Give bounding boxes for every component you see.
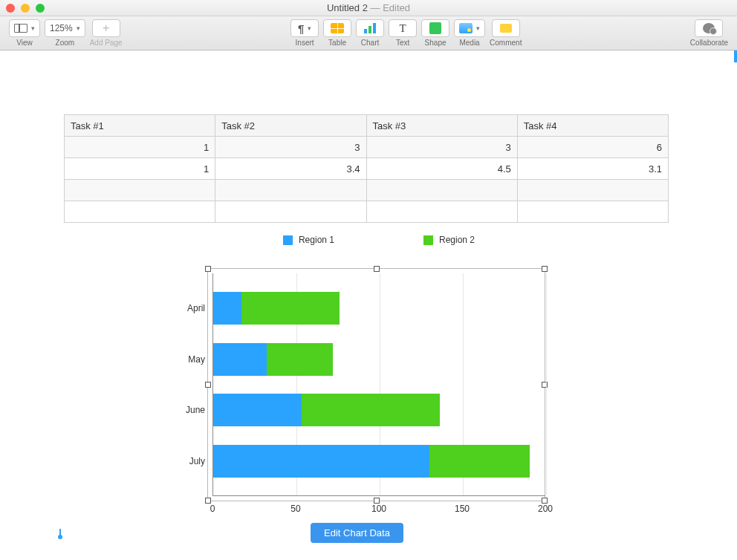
table-cell[interactable]: 3.4 bbox=[215, 158, 366, 180]
square-icon bbox=[429, 22, 441, 34]
table-label: Table bbox=[328, 39, 346, 47]
pilcrow-icon: ¶ bbox=[298, 22, 304, 35]
text-label: Text bbox=[396, 39, 409, 47]
table-cell[interactable]: 4.5 bbox=[366, 158, 517, 180]
chart-bar-segment bbox=[213, 343, 267, 376]
chart-bar-segment bbox=[241, 292, 340, 325]
collaborate-label: Collaborate bbox=[690, 39, 728, 47]
chart-category-label: April bbox=[160, 303, 205, 313]
chart[interactable]: 050100150200AprilMayJuneJuly bbox=[212, 273, 545, 518]
chevron-down-icon: ▾ bbox=[476, 25, 480, 32]
chart-bar[interactable] bbox=[213, 445, 530, 478]
insert-button[interactable]: ¶▾ bbox=[290, 19, 319, 37]
table-icon bbox=[331, 23, 344, 33]
chart-bar[interactable] bbox=[213, 394, 440, 426]
text-button[interactable]: T bbox=[389, 19, 417, 37]
table-header-cell[interactable]: Task #4 bbox=[517, 115, 668, 137]
legend-label: Region 2 bbox=[439, 235, 475, 245]
edit-chart-data-button[interactable]: Edit Chart Data bbox=[311, 523, 403, 543]
plus-icon: + bbox=[103, 22, 109, 34]
chart-bar-segment bbox=[302, 394, 440, 426]
insert-label: Insert bbox=[296, 39, 314, 47]
window-title: Untitled 2 — Edited bbox=[0, 2, 737, 13]
collaborate-icon bbox=[703, 23, 715, 33]
chart-bar-segment bbox=[267, 343, 334, 376]
table-header-row[interactable]: Task #1 Task #2 Task #3 Task #4 bbox=[65, 115, 669, 137]
table-button[interactable] bbox=[323, 19, 351, 37]
resize-handle[interactable] bbox=[205, 266, 211, 272]
legend-swatch-icon bbox=[423, 235, 433, 245]
text-icon: T bbox=[399, 22, 406, 35]
table-header-cell[interactable]: Task #1 bbox=[65, 115, 215, 137]
zoom-value: 125% bbox=[50, 23, 73, 33]
fullscreen-icon[interactable] bbox=[36, 4, 45, 13]
table-row[interactable] bbox=[65, 201, 669, 223]
view-icon bbox=[14, 24, 27, 33]
table-cell[interactable]: 6 bbox=[517, 137, 668, 158]
chart-plot-area bbox=[212, 273, 545, 496]
window-controls bbox=[6, 4, 45, 13]
view-label: View bbox=[16, 39, 33, 47]
resize-handle[interactable] bbox=[542, 266, 548, 272]
chart-legend: Region 1 Region 2 bbox=[212, 235, 545, 245]
zoom-label: Zoom bbox=[56, 39, 75, 47]
chart-category-label: June bbox=[160, 405, 205, 415]
toolbar: ▾ View 125%▾ Zoom + Add Page ¶▾ Insert T… bbox=[0, 16, 737, 51]
legend-label: Region 1 bbox=[299, 235, 334, 245]
table-header-cell[interactable]: Task #2 bbox=[215, 115, 366, 137]
view-button[interactable]: ▾ bbox=[9, 19, 40, 37]
table-row[interactable]: 1 3.4 4.5 3.1 bbox=[65, 158, 669, 180]
table-row[interactable] bbox=[65, 180, 669, 201]
chart-icon bbox=[364, 23, 376, 33]
legend-swatch-icon bbox=[283, 235, 293, 245]
chart-x-tick: 0 bbox=[210, 504, 215, 514]
add-page-label: Add Page bbox=[90, 39, 123, 47]
minimize-icon[interactable] bbox=[21, 4, 30, 13]
media-icon bbox=[459, 23, 473, 33]
chart-bar-segment bbox=[213, 394, 302, 426]
media-label: Media bbox=[459, 39, 479, 47]
chevron-down-icon: ▾ bbox=[77, 25, 80, 32]
resize-handle[interactable] bbox=[374, 266, 380, 272]
chart-gridline bbox=[546, 273, 547, 495]
table-cell[interactable]: 3 bbox=[215, 137, 366, 158]
table-cell[interactable]: 1 bbox=[65, 158, 215, 180]
chart-x-tick: 150 bbox=[455, 504, 470, 514]
chart-x-tick: 50 bbox=[290, 504, 300, 514]
document-area[interactable]: Task #1 Task #2 Task #3 Task #4 1 3 3 6 … bbox=[0, 51, 737, 560]
chart-button[interactable] bbox=[356, 19, 384, 37]
resize-handle[interactable] bbox=[205, 382, 211, 388]
zoom-button[interactable]: 125%▾ bbox=[45, 19, 85, 37]
table-cell[interactable]: 1 bbox=[65, 137, 215, 158]
add-page-button[interactable]: + bbox=[92, 19, 120, 37]
shape-label: Shape bbox=[425, 39, 447, 47]
shape-button[interactable] bbox=[421, 19, 449, 37]
table-header-cell[interactable]: Task #3 bbox=[366, 115, 517, 137]
legend-item: Region 1 bbox=[283, 235, 334, 245]
collaborate-button[interactable] bbox=[695, 19, 723, 37]
close-icon[interactable] bbox=[6, 4, 15, 13]
title-bar: Untitled 2 — Edited bbox=[0, 0, 737, 16]
table-cell[interactable]: 3.1 bbox=[517, 158, 668, 180]
resize-handle[interactable] bbox=[205, 498, 211, 504]
insertion-cursor-icon bbox=[58, 529, 62, 539]
chart-label: Chart bbox=[361, 39, 379, 47]
chart-category-label: July bbox=[160, 456, 205, 466]
table-cell[interactable]: 3 bbox=[366, 137, 517, 158]
chevron-down-icon: ▾ bbox=[31, 25, 35, 32]
chart-x-tick: 100 bbox=[371, 504, 386, 514]
data-table[interactable]: Task #1 Task #2 Task #3 Task #4 1 3 3 6 … bbox=[64, 114, 669, 223]
chart-category-label: May bbox=[160, 354, 205, 365]
chart-bar[interactable] bbox=[213, 292, 340, 325]
chevron-down-icon: ▾ bbox=[308, 25, 311, 32]
chart-bar-segment bbox=[429, 445, 529, 478]
comment-button[interactable] bbox=[492, 19, 520, 37]
media-button[interactable]: ▾ bbox=[454, 19, 485, 37]
chart-bar-segment bbox=[213, 445, 429, 478]
comment-label: Comment bbox=[490, 39, 522, 47]
comment-icon bbox=[500, 24, 512, 33]
format-panel-edge[interactable] bbox=[734, 51, 737, 62]
chart-bar[interactable] bbox=[213, 343, 333, 376]
table-row[interactable]: 1 3 3 6 bbox=[65, 137, 669, 158]
legend-item: Region 2 bbox=[423, 235, 475, 245]
